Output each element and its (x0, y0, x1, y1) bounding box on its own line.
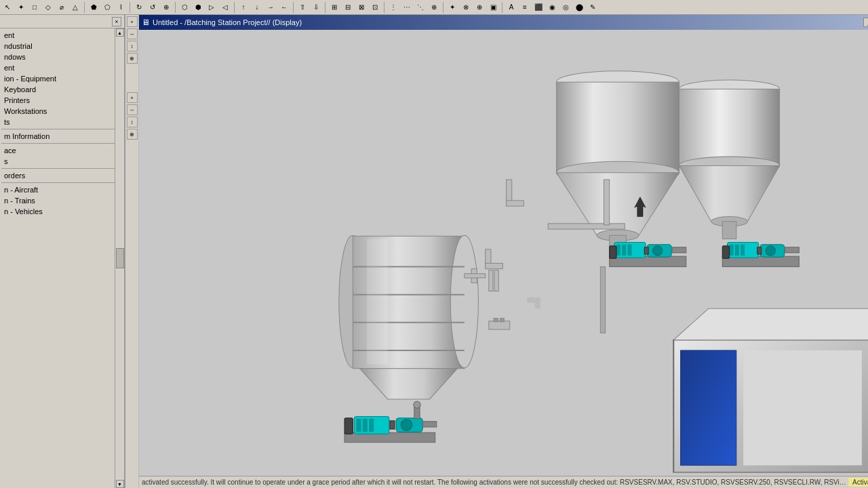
viewport-minimize-btn[interactable]: _ (863, 18, 868, 27)
toolbar-btn-36[interactable]: ≡ (519, 1, 531, 14)
tree-item-equipment[interactable]: ion - Equipment (1, 73, 123, 84)
toolbar-btn-7[interactable]: ⬟ (87, 1, 100, 14)
tree-item-orders[interactable]: orders (1, 170, 123, 181)
nav-zoom-in[interactable]: + (127, 16, 138, 27)
toolbar-btn-27[interactable]: ⋮ (387, 1, 399, 14)
svg-rect-32 (757, 247, 762, 254)
tree-item-printers[interactable]: Printers (1, 95, 123, 106)
toolbar-sep-2 (130, 2, 130, 13)
nav-pan-v[interactable]: ↕ (127, 41, 138, 52)
svg-rect-62 (600, 267, 605, 333)
svg-rect-57 (507, 201, 524, 206)
toolbar-btn-25[interactable]: ⊠ (355, 1, 368, 14)
left-panel-scrollbar[interactable]: ▲ ▼ (115, 28, 124, 488)
toolbar-btn-20[interactable]: ← (278, 1, 290, 14)
toolbar-btn-23[interactable]: ⊞ (328, 1, 340, 14)
toolbar-sep-7 (384, 2, 384, 13)
toolbar-btn-41[interactable]: ✎ (587, 1, 599, 14)
toolbar-btn-3[interactable]: □ (28, 1, 41, 14)
scroll-track (116, 37, 124, 248)
scroll-down-btn[interactable]: ▼ (116, 480, 124, 488)
nav-zoom-box[interactable]: ↕ (127, 117, 138, 127)
left-panel-close-button[interactable]: × (112, 17, 121, 26)
tree-item-keyboard[interactable]: Keyboard (1, 84, 123, 95)
svg-point-53 (414, 401, 420, 408)
svg-rect-61 (465, 274, 486, 278)
scroll-up-btn[interactable]: ▲ (116, 28, 124, 37)
nav-extend[interactable]: ⊕ (127, 129, 138, 140)
toolbar-sep-3 (175, 2, 176, 13)
tree-item-info[interactable]: m Information (1, 131, 123, 142)
toolbar-btn-9[interactable]: ⌇ (115, 1, 127, 14)
toolbar-btn-31[interactable]: ✦ (446, 1, 458, 14)
svg-point-35 (450, 235, 478, 367)
nav-pan-h[interactable]: ↔ (127, 28, 138, 39)
toolbar-btn-11[interactable]: ↺ (146, 1, 159, 14)
toolbar-btn-5[interactable]: ⌀ (56, 1, 68, 14)
toolbar-btn-26[interactable]: ⊡ (369, 1, 381, 14)
toolbar-btn-6[interactable]: △ (69, 1, 81, 14)
toolbar-btn-13[interactable]: ⬡ (178, 1, 191, 14)
toolbar-btn-2[interactable]: ✦ (15, 1, 27, 14)
tree-item-ent2[interactable]: ent (1, 62, 123, 73)
toolbar-btn-10[interactable]: ↻ (133, 1, 145, 14)
toolbar-btn-29[interactable]: ⋱ (414, 1, 427, 14)
toolbar-btn-34[interactable]: ▣ (487, 1, 499, 14)
nav-fit[interactable]: ⊕ (127, 53, 138, 64)
viewport-canvas[interactable] (139, 30, 868, 476)
svg-rect-20 (672, 247, 686, 253)
nav-orbit[interactable]: ↔ (127, 104, 138, 115)
toolbar-btn-30[interactable]: ⊕ (428, 1, 440, 14)
viewport-titlebar: 🖥 Untitled - /Batching Station Project//… (139, 15, 868, 30)
svg-rect-71 (681, 350, 736, 466)
toolbar-btn-21[interactable]: ⇧ (296, 1, 309, 14)
tree-item-windows[interactable]: ndows (1, 52, 123, 62)
viewport-title-left: 🖥 Untitled - /Batching Station Project//… (142, 18, 302, 27)
toolbar-btn-28[interactable]: ⋯ (401, 1, 413, 14)
toolbar-btn-40[interactable]: ⬤ (573, 1, 585, 14)
toolbar-btn-37[interactable]: ⬛ (532, 1, 545, 14)
svg-point-50 (401, 420, 412, 430)
toolbar-btn-19[interactable]: → (264, 1, 277, 14)
tree-item-trains[interactable]: n - Trains (1, 195, 123, 206)
toolbar-btn-18[interactable]: ↓ (251, 1, 263, 14)
viewport-title-text: Untitled - /Batching Station Project// (… (153, 18, 302, 26)
tree-item-ent[interactable]: ent (1, 30, 123, 41)
svg-rect-12 (722, 222, 736, 239)
toolbar-btn-4[interactable]: ◇ (42, 1, 54, 14)
tree-item-ace[interactable]: ace (1, 145, 123, 156)
toolbar-btn-1[interactable]: ↖ (1, 1, 14, 14)
svg-rect-26 (735, 245, 739, 256)
toolbar-sep-8 (443, 2, 443, 13)
toolbar-btn-35[interactable]: A (505, 1, 517, 14)
scroll-thumb[interactable] (116, 248, 124, 268)
toolbar-btn-39[interactable]: ◎ (559, 1, 572, 14)
svg-rect-59 (486, 263, 503, 268)
toolbar-btn-17[interactable]: ↑ (237, 1, 250, 14)
toolbar-btn-32[interactable]: ⊗ (460, 1, 472, 14)
tree-item-aircraft[interactable]: n - Aircraft (1, 184, 123, 195)
tree-item-industrial[interactable]: ndustrial (1, 41, 123, 52)
toolbar-btn-33[interactable]: ⊕ (473, 1, 486, 14)
toolbar-btn-12[interactable]: ⊕ (160, 1, 172, 14)
svg-rect-30 (785, 247, 800, 253)
tree-item-ts[interactable]: ts (1, 117, 123, 127)
toolbar-btn-38[interactable]: ◉ (546, 1, 558, 14)
toolbar-btn-14[interactable]: ⬢ (192, 1, 204, 14)
nav-rotate[interactable]: + (127, 92, 138, 103)
toolbar-btn-24[interactable]: ⊟ (342, 1, 354, 14)
toolbar-btn-8[interactable]: ⬠ (101, 1, 113, 14)
toolbar-btn-16[interactable]: ◁ (219, 1, 231, 14)
tree-item-s[interactable]: s (1, 156, 123, 167)
toolbar-btn-15[interactable]: ▷ (205, 1, 218, 14)
svg-rect-43 (344, 418, 353, 434)
viewport-wrapper: 🖥 Untitled - /Batching Station Project//… (139, 15, 868, 488)
svg-rect-45 (356, 419, 361, 432)
tree-item-workstations[interactable]: Workstations (1, 106, 123, 117)
svg-rect-17 (627, 245, 631, 256)
activate-windows-button[interactable]: Activate Wind (848, 477, 868, 487)
tree-item-vehicles[interactable]: n - Vehicles (1, 206, 123, 217)
statusbar: activated successfully. It will continue… (139, 476, 868, 488)
svg-rect-54 (548, 224, 625, 229)
toolbar-btn-22[interactable]: ⇩ (310, 1, 322, 14)
